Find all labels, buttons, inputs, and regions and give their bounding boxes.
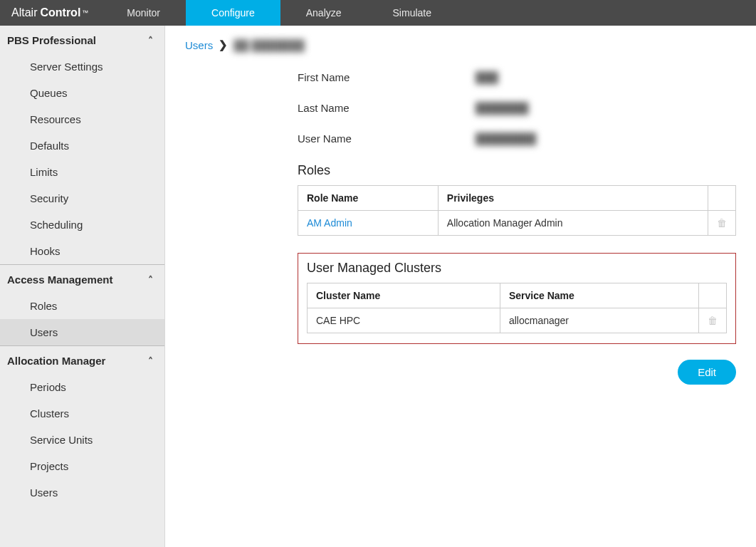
sidebar-item-scheduling[interactable]: Scheduling [0,212,164,238]
roles-col-priv: Privileges [438,186,708,211]
sidebar: PBS Professional ˄ Server Settings Queue… [0,26,165,547]
sidebar-item-limits[interactable]: Limits [0,159,164,185]
breadcrumb-root[interactable]: Users [185,39,213,51]
sidebar-item-resources[interactable]: Resources [0,106,164,132]
topbar: Altair Control ™ Monitor Configure Analy… [0,0,756,26]
chevron-up-icon: ˄ [148,35,153,46]
actions-bar: Edit [298,360,736,385]
chevron-up-icon: ˄ [148,274,153,286]
sidebar-group-allocation[interactable]: Allocation Manager ˄ [0,346,164,374]
user-name-value: ████████ [476,132,536,145]
sidebar-group-access-label: Access Management [7,274,112,286]
clusters-highlight: User Managed Clusters Cluster Name Servi… [298,253,736,344]
field-last-name: Last Name ███████ [298,102,736,114]
last-name-label: Last Name [298,102,476,114]
role-priv-text: Allocation Manager Admin [438,211,708,236]
sidebar-item-clusters[interactable]: Clusters [0,400,164,427]
field-first-name: First Name ███ [298,71,736,83]
field-user-name: User Name ████████ [298,132,736,145]
clusters-table: Cluster Name Service Name CAE HPC allocm… [307,283,727,333]
sidebar-item-alloc-users[interactable]: Users [0,479,164,506]
user-name-label: User Name [298,132,476,145]
sidebar-item-periods[interactable]: Periods [0,374,164,400]
breadcrumb: Users ❯ ██ ███████ [185,38,736,51]
role-name-link[interactable]: AM Admin [298,211,439,236]
tab-analyze[interactable]: Analyze [280,0,367,26]
sidebar-group-access[interactable]: Access Management ˄ [0,265,164,293]
sidebar-item-roles[interactable]: Roles [0,293,164,319]
first-name-value: ███ [476,71,498,83]
sidebar-item-security[interactable]: Security [0,185,164,212]
last-name-value: ███████ [476,102,528,114]
cluster-name-text: CAE HPC [308,308,500,333]
clusters-row: CAE HPC allocmanager 🗑 [308,308,727,333]
roles-title: Roles [298,163,736,178]
topnav: Monitor Configure Analyze Simulate [101,0,457,26]
brand: Altair Control ™ [0,0,101,26]
sidebar-group-allocation-label: Allocation Manager [7,355,105,367]
chevron-up-icon: ˄ [148,355,153,367]
sidebar-item-server-settings[interactable]: Server Settings [0,53,164,80]
roles-col-role: Role Name [298,186,439,211]
sidebar-group-pbs[interactable]: PBS Professional ˄ [0,26,164,53]
first-name-label: First Name [298,71,476,83]
trash-icon[interactable]: 🗑 [717,217,727,229]
sidebar-item-queues[interactable]: Queues [0,80,164,106]
chevron-right-icon: ❯ [219,38,228,51]
roles-table: Role Name Privileges AM Admin Allocation… [298,185,736,236]
brand-tm: ™ [82,9,88,16]
sidebar-group-pbs-label: PBS Professional [7,34,96,46]
roles-row: AM Admin Allocation Manager Admin 🗑 [298,211,736,236]
clusters-col-actions [699,283,727,308]
clusters-title: User Managed Clusters [307,261,727,276]
trash-icon[interactable]: 🗑 [708,315,718,326]
edit-button[interactable]: Edit [678,360,736,385]
tab-configure[interactable]: Configure [186,0,280,26]
sidebar-item-defaults[interactable]: Defaults [0,132,164,159]
breadcrumb-current: ██ ███████ [233,39,305,51]
main-content: Users ❯ ██ ███████ First Name ███ Last N… [165,26,756,547]
sidebar-item-projects[interactable]: Projects [0,453,164,479]
sidebar-item-service-units[interactable]: Service Units [0,427,164,453]
sidebar-item-hooks[interactable]: Hooks [0,238,164,264]
tab-simulate[interactable]: Simulate [367,0,457,26]
brand-bold: Control [40,6,80,19]
tab-monitor[interactable]: Monitor [101,0,186,26]
service-name-text: allocmanager [500,308,698,333]
roles-col-actions [708,186,736,211]
brand-light: Altair [11,6,37,19]
sidebar-item-users[interactable]: Users [0,319,164,345]
clusters-col-cluster: Cluster Name [308,283,500,308]
clusters-col-service: Service Name [500,283,698,308]
